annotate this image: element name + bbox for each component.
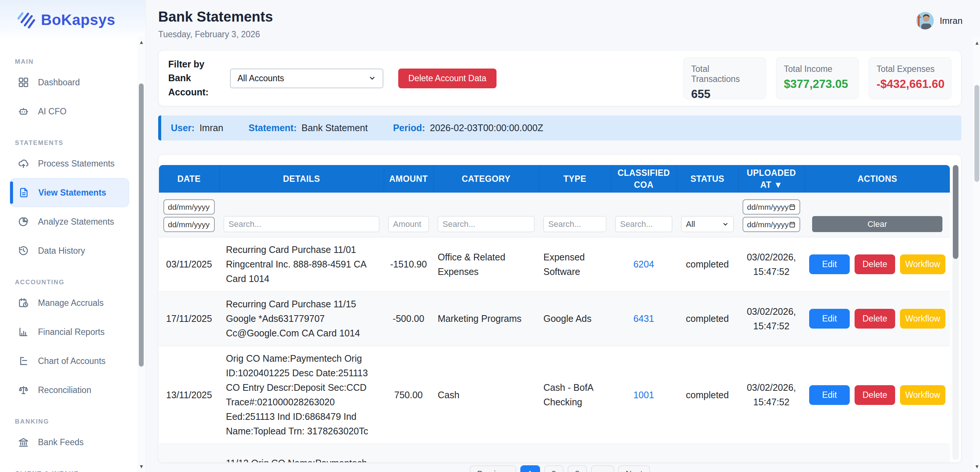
delete-account-data-button[interactable]: Delete Account Data bbox=[398, 69, 496, 88]
col-classified-coa[interactable]: CLASSIFIED COA bbox=[611, 165, 677, 193]
scroll-down-icon[interactable]: ▼ bbox=[973, 462, 980, 470]
stat-total-income: Total Income $377,273.05 bbox=[776, 57, 859, 99]
sidebar-item-process-statements[interactable]: Process Statements bbox=[10, 149, 129, 178]
pagination-previous-button[interactable]: Previous bbox=[470, 465, 517, 472]
uploaded-time: 15:47:52 bbox=[753, 397, 789, 407]
sidebar-item-dashboard[interactable]: Dashboard bbox=[10, 68, 129, 97]
col-category[interactable]: CATEGORY bbox=[433, 165, 539, 193]
col-type[interactable]: TYPE bbox=[539, 165, 611, 193]
col-amount[interactable]: AMOUNT bbox=[384, 165, 433, 193]
sidebar-item-reconciliation[interactable]: Reconciliation bbox=[10, 376, 129, 405]
page-title: Bank Statements bbox=[158, 9, 273, 25]
category-search-input[interactable] bbox=[438, 216, 535, 232]
col-uploaded-at[interactable]: UPLOADED AT ▼ bbox=[738, 165, 805, 193]
pagination-next-button[interactable]: Next bbox=[618, 465, 650, 472]
statement-label: Statement: bbox=[249, 123, 297, 133]
cell-details: 11/12 Orig CO Name:Paymentech Orig ID:10… bbox=[219, 444, 384, 463]
cell-details: Orig CO Name:Paymentech Orig ID:10204012… bbox=[219, 346, 384, 444]
uploaded-date: 03/02/2026, bbox=[747, 306, 796, 317]
bank-icon bbox=[18, 437, 29, 448]
pagination-ellipsis-button[interactable]: … bbox=[591, 465, 614, 472]
user-label: User: bbox=[171, 123, 195, 133]
uploaded-time: 15:47:52 bbox=[753, 266, 789, 277]
delete-button[interactable]: Delete bbox=[854, 309, 895, 328]
cell-status: completed bbox=[677, 444, 738, 463]
status-filter-select[interactable]: All bbox=[681, 216, 733, 232]
workflow-button[interactable]: Workflow bbox=[900, 309, 945, 328]
cell-details: Recurring Card Purchase 11/15 Google *Ad… bbox=[219, 292, 384, 346]
delete-button[interactable]: Delete bbox=[854, 385, 895, 405]
chevron-down-icon bbox=[722, 221, 729, 228]
edit-button[interactable]: Edit bbox=[809, 309, 850, 328]
stat-label: Total Transactions bbox=[691, 64, 758, 84]
table-scrollbar[interactable] bbox=[953, 165, 959, 460]
table-filter-row: dd/mm/yyyy dd/mm/yyyy bbox=[159, 193, 950, 237]
uploaded-from-filter[interactable]: dd/mm/yyyy bbox=[743, 199, 800, 215]
col-date[interactable]: DATE bbox=[159, 165, 219, 193]
table-scrollbar-thumb[interactable] bbox=[953, 165, 958, 259]
page-scrollbar[interactable]: ▲ ▼ bbox=[973, 37, 980, 472]
date-from-filter[interactable]: dd/mm/yyyy bbox=[163, 199, 215, 215]
type-search-input[interactable] bbox=[543, 216, 606, 232]
pagination-page-2-button[interactable]: 2 bbox=[544, 465, 563, 472]
amount-filter-input[interactable] bbox=[388, 216, 429, 232]
username: Imran bbox=[940, 16, 963, 26]
pie-chart-icon bbox=[18, 216, 29, 227]
sidebar-item-bank-feeds[interactable]: Bank Feeds bbox=[10, 428, 129, 457]
date-to-filter[interactable]: dd/mm/yyyy bbox=[163, 217, 215, 232]
cell-uploaded-at: 03/02/2026,15:47:52 bbox=[738, 346, 805, 444]
col-status[interactable]: STATUS bbox=[677, 165, 738, 193]
coa-link[interactable]: 1001 bbox=[633, 390, 654, 400]
avatar[interactable] bbox=[916, 12, 934, 29]
stat-label: Total Income bbox=[784, 64, 851, 74]
pagination-page-1-button[interactable]: 1 bbox=[520, 465, 540, 472]
sidebar-item-analyze-statements[interactable]: Analyze Statements bbox=[10, 207, 129, 236]
uploaded-to-filter[interactable]: dd/mm/yyyy bbox=[743, 217, 800, 232]
cell-amount: -500.00 bbox=[384, 292, 433, 346]
statement-info-bar: User: Imran Statement: Bank Statement Pe… bbox=[158, 115, 961, 140]
calendar-icon bbox=[789, 203, 796, 210]
page-scrollbar-thumb[interactable] bbox=[974, 85, 979, 182]
user-value: Imran bbox=[199, 123, 223, 133]
details-search-input[interactable] bbox=[224, 216, 379, 232]
scroll-up-icon[interactable]: ▲ bbox=[973, 39, 980, 47]
sidebar-item-view-statements[interactable]: View Statements bbox=[10, 178, 129, 207]
coa-search-input[interactable] bbox=[615, 216, 672, 232]
coa-link[interactable]: 6431 bbox=[633, 313, 654, 324]
sidebar-item-chart-of-accounts[interactable]: Chart of Accounts bbox=[10, 346, 129, 376]
date-from-placeholder: dd/mm/yyyy bbox=[168, 200, 210, 214]
scroll-up-icon[interactable]: ▲ bbox=[137, 38, 146, 46]
cell-category: Marketing Programs bbox=[433, 292, 539, 346]
sidebar-scrollbar[interactable]: ▲ ▼ bbox=[137, 37, 146, 472]
sidebar-scrollbar-thumb[interactable] bbox=[139, 83, 144, 367]
bank-account-select[interactable]: All Accounts bbox=[230, 69, 383, 88]
scroll-down-icon[interactable]: ▼ bbox=[137, 462, 146, 470]
sidebar-item-label: Bank Feeds bbox=[38, 437, 84, 447]
workflow-button[interactable]: Workflow bbox=[900, 385, 945, 405]
col-actions: ACTIONS bbox=[805, 165, 950, 193]
delete-button[interactable]: Delete bbox=[854, 254, 895, 274]
sidebar-item-financial-reports[interactable]: Financial Reports bbox=[10, 317, 129, 346]
sidebar-item-ai-cfo[interactable]: AI CFO bbox=[10, 97, 129, 126]
workflow-button[interactable]: Workflow bbox=[900, 254, 945, 274]
table-row: 03/11/2025 Recurring Card Purchase 11/01… bbox=[159, 237, 950, 292]
logo[interactable]: BoKapsys bbox=[0, 0, 146, 40]
sidebar-nav: MAIN Dashboard AI CFO STATEMENTS Process… bbox=[0, 40, 146, 472]
bank-account-value: All Accounts bbox=[237, 73, 284, 83]
cell-date: 17/11/2025 bbox=[159, 292, 219, 346]
user-menu[interactable]: Imran bbox=[916, 12, 963, 29]
uploaded-to-placeholder: dd/mm/yyyy bbox=[747, 217, 789, 232]
sidebar-item-manage-accruals[interactable]: Manage Accruals bbox=[10, 289, 129, 317]
edit-button[interactable]: Edit bbox=[809, 254, 850, 274]
stat-value: -$432,661.60 bbox=[877, 78, 943, 91]
clear-filters-button[interactable]: Clear bbox=[812, 216, 942, 232]
sidebar-item-label: Dashboard bbox=[38, 78, 80, 88]
edit-button[interactable]: Edit bbox=[809, 385, 850, 405]
sidebar-item-data-history[interactable]: Data History bbox=[10, 236, 129, 265]
sidebar-item-label: View Statements bbox=[38, 188, 106, 198]
col-details[interactable]: DETAILS bbox=[219, 165, 384, 193]
coa-link[interactable]: 6204 bbox=[633, 259, 654, 269]
pagination-page-3-button[interactable]: 3 bbox=[568, 465, 587, 472]
robot-icon bbox=[18, 106, 29, 117]
cell-type: Expensed Software bbox=[539, 237, 611, 292]
